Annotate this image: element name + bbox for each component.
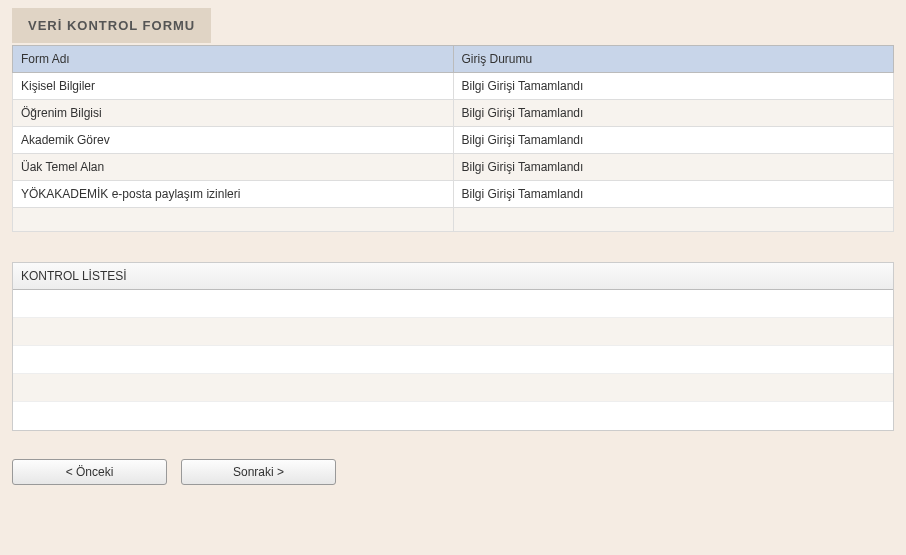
kontrol-row	[13, 346, 893, 374]
kontrol-row	[13, 374, 893, 402]
cell-status: Bilgi Girişi Tamamlandı	[453, 181, 894, 208]
prev-button[interactable]: < Önceki	[12, 459, 167, 485]
button-bar: < Önceki Sonraki >	[12, 459, 894, 485]
cell-status: Bilgi Girişi Tamamlandı	[453, 127, 894, 154]
cell-empty	[13, 208, 454, 232]
table-row: Öğrenim Bilgisi Bilgi Girişi Tamamlandı	[13, 100, 894, 127]
cell-status: Bilgi Girişi Tamamlandı	[453, 100, 894, 127]
cell-status: Bilgi Girişi Tamamlandı	[453, 154, 894, 181]
page-title: VERİ KONTROL FORMU	[12, 8, 211, 43]
cell-empty	[453, 208, 894, 232]
cell-status: Bilgi Girişi Tamamlandı	[453, 73, 894, 100]
kontrol-listesi-body	[13, 290, 893, 430]
table-row: Akademik Görev Bilgi Girişi Tamamlandı	[13, 127, 894, 154]
next-button[interactable]: Sonraki >	[181, 459, 336, 485]
header-form-adi: Form Adı	[13, 46, 454, 73]
kontrol-row	[13, 402, 893, 430]
table-header-row: Form Adı Giriş Durumu	[13, 46, 894, 73]
kontrol-listesi-panel: KONTROL LİSTESİ	[12, 262, 894, 431]
cell-form: YÖKAKADEMİK e-posta paylaşım izinleri	[13, 181, 454, 208]
table-row: Kişisel Bilgiler Bilgi Girişi Tamamlandı	[13, 73, 894, 100]
table-row: Üak Temel Alan Bilgi Girişi Tamamlandı	[13, 154, 894, 181]
veri-kontrol-table: Form Adı Giriş Durumu Kişisel Bilgiler B…	[12, 45, 894, 232]
cell-form: Öğrenim Bilgisi	[13, 100, 454, 127]
table-row: YÖKAKADEMİK e-posta paylaşım izinleri Bi…	[13, 181, 894, 208]
cell-form: Kişisel Bilgiler	[13, 73, 454, 100]
header-giris-durumu: Giriş Durumu	[453, 46, 894, 73]
kontrol-row	[13, 318, 893, 346]
kontrol-row	[13, 290, 893, 318]
kontrol-listesi-header: KONTROL LİSTESİ	[13, 263, 893, 290]
table-row-empty	[13, 208, 894, 232]
cell-form: Akademik Görev	[13, 127, 454, 154]
cell-form: Üak Temel Alan	[13, 154, 454, 181]
